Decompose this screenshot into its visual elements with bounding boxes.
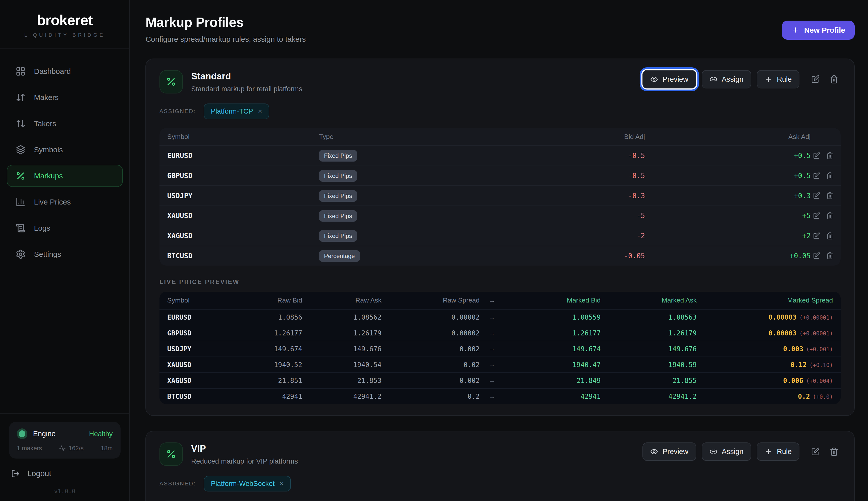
raw-bid: 1.26177 [243,329,302,337]
raw-spread: 0.00002 [381,313,480,321]
marked-spread-value: 0.2 [798,393,810,400]
sidebar-item-makers[interactable]: Makers [7,86,123,108]
sidebar-item-dashboard[interactable]: Dashboard [7,60,123,83]
delete-rule-icon[interactable] [826,152,834,160]
brand-logo: brokeret [0,12,129,29]
engine-makers-count: 1 makers [17,445,42,452]
edit-rule-icon[interactable] [813,192,820,200]
profile-card-standard: Standard Standard markup for retail plat… [145,58,855,416]
brand-block: brokeret LIQUIDITY BRIDGE [0,0,129,49]
rule-ask-adj: +0.5 [645,172,811,180]
engine-label: Engine [33,430,55,438]
live-symbol: EURUSD [160,313,243,321]
delete-rule-icon[interactable] [826,172,834,180]
edit-rule-icon[interactable] [813,152,820,160]
logout-button[interactable]: Logout [11,469,118,478]
delete-rule-icon[interactable] [826,252,834,259]
raw-bid: 1940.52 [243,361,302,369]
sidebar-item-label: Takers [34,119,56,128]
rule-row: XAUUSD Fixed Pips -5 +5 [160,206,841,226]
preview-button[interactable]: Preview [642,443,696,461]
delete-profile-icon[interactable] [827,72,840,87]
edit-rule-icon[interactable] [813,172,820,180]
link-icon [709,75,717,83]
sidebar-item-markups[interactable]: Markups [7,165,123,187]
logout-icon [11,469,20,478]
arrow-glyph: → [480,329,504,337]
live-symbol: XAGUSD [160,377,243,384]
preview-button[interactable]: Preview [642,70,696,88]
raw-bid: 1.0856 [243,313,302,321]
sidebar-item-takers[interactable]: Takers [7,113,123,135]
col-marked-bid: Marked Bid [504,297,600,304]
assigned-label: ASSIGNED: [160,108,196,115]
col-raw-spread: Raw Spread [381,297,480,304]
delete-rule-icon[interactable] [826,212,834,220]
rule-symbol: USDJPY [160,192,319,200]
sidebar-item-label: Symbols [34,146,63,154]
marked-spread: 0.00003(+0.00001) [697,329,841,337]
sidebar-item-symbols[interactable]: Symbols [7,139,123,161]
raw-bid: 21.851 [243,377,302,384]
sidebar-item-label: Logs [34,224,50,232]
col-symbol: Symbol [160,297,243,304]
rule-bid-adj: -5 [496,212,645,220]
raw-spread: 0.2 [381,393,480,400]
brand-tagline: LIQUIDITY BRIDGE [0,32,129,38]
arrow-glyph: → [480,361,504,369]
remove-taker-icon[interactable]: × [280,480,284,488]
marked-bid: 1.26177 [504,329,600,337]
plus-icon [764,448,772,456]
rule-type-badge: Fixed Pips [319,150,357,162]
edit-rule-icon[interactable] [813,232,820,240]
layers-icon [15,145,25,155]
add-rule-button[interactable]: Rule [757,443,800,461]
marked-spread: 0.006(+0.004) [697,377,841,384]
sidebar-item-settings[interactable]: Settings [7,243,123,265]
marked-bid: 21.849 [504,377,600,384]
marked-bid: 42941 [504,393,600,400]
edit-rule-icon[interactable] [813,252,820,259]
rule-symbol: GBPUSD [160,172,319,180]
delete-rule-icon[interactable] [826,232,834,240]
edit-profile-icon[interactable] [809,72,822,87]
plus-icon [764,75,772,83]
sidebar-item-label: Settings [34,250,61,258]
live-symbol: BTCUSD [160,393,243,400]
marked-spread-value: 0.00003 [768,329,796,337]
rule-type-badge: Fixed Pips [319,210,357,222]
profile-name: Standard [191,72,302,81]
assign-button[interactable]: Assign [702,70,751,88]
remove-taker-icon[interactable]: × [258,108,262,115]
arrow-glyph: → [480,377,504,384]
marked-bid: 1.08559 [504,313,600,321]
live-price-row: XAUUSD 1940.52 1940.54 0.02 → 1940.47 19… [160,357,841,373]
edit-profile-icon[interactable] [809,445,822,459]
marked-spread-value: 0.006 [783,377,803,384]
add-rule-button[interactable]: Rule [757,70,800,88]
sidebar-footer: Engine Healthy 1 makers 162/s 18m Logout… [0,413,129,501]
rule-type-badge: Fixed Pips [319,190,357,202]
sidebar-item-live-prices[interactable]: Live Prices [7,191,123,213]
rule-type-badge: Fixed Pips [319,170,357,182]
col-symbol: Symbol [160,133,319,141]
live-symbol: XAUUSD [160,361,243,369]
rules-table-header: Symbol Type Bid Adj Ask Adj [160,128,841,146]
edit-rule-icon[interactable] [813,212,820,220]
col-bid-adj: Bid Adj [496,133,645,141]
sidebar-item-logs[interactable]: Logs [7,217,123,239]
rule-ask-adj: +0.5 [645,151,811,160]
assigned-taker-chip[interactable]: Platform-WebSocket × [204,476,291,492]
live-symbol: USDJPY [160,345,243,353]
new-profile-button[interactable]: New Profile [782,21,855,40]
arrow-up-down-icon [15,119,25,129]
assigned-taker-chip[interactable]: Platform-TCP × [204,104,269,119]
delete-profile-icon[interactable] [827,445,840,459]
rule-bid-adj: -0.05 [496,252,645,260]
main-content: Markup Profiles Configure spread/markup … [130,0,868,501]
page-title: Markup Profiles [145,14,855,30]
live-symbol: GBPUSD [160,329,243,337]
col-ask-adj: Ask Adj [645,133,811,141]
delete-rule-icon[interactable] [826,192,834,200]
assign-button[interactable]: Assign [702,443,751,461]
